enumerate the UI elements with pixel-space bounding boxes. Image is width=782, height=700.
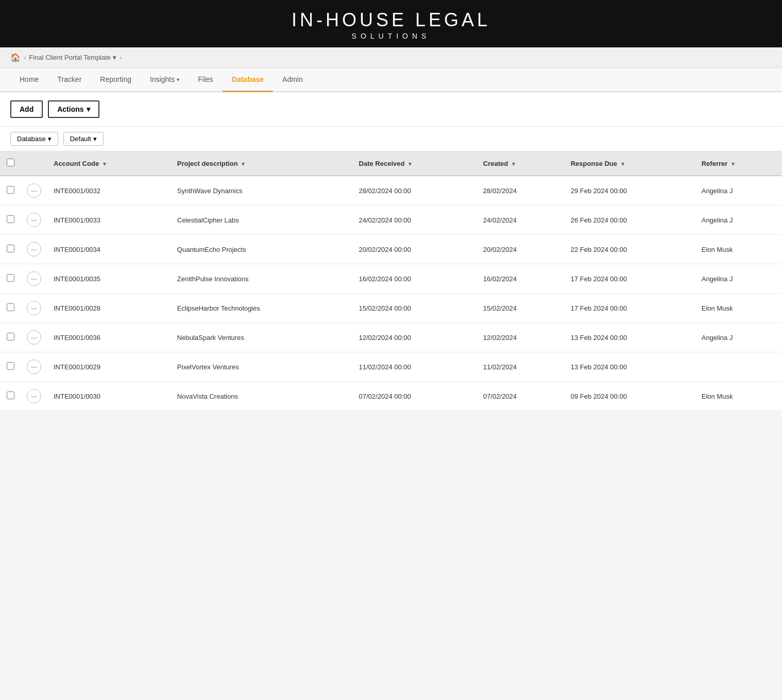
default-filter-label: Default bbox=[70, 135, 91, 143]
breadcrumb-portal[interactable]: Final Client Portal Template ▾ bbox=[29, 54, 116, 61]
portal-dropdown-icon: ▾ bbox=[113, 54, 116, 61]
table-row: ··· INTE0001/0029 PixelVortex Ventures 1… bbox=[0, 352, 782, 382]
row-menu-button[interactable]: ··· bbox=[27, 242, 41, 257]
row-checkbox[interactable] bbox=[7, 186, 14, 194]
row-menu-cell: ··· bbox=[21, 294, 47, 323]
row-date-received: 07/02/2024 00:00 bbox=[353, 382, 477, 411]
row-account-code: INTE0001/0033 bbox=[47, 206, 171, 235]
header-menu-col bbox=[21, 151, 47, 176]
header-referrer[interactable]: Referrer ▾ bbox=[695, 151, 782, 176]
row-checkbox[interactable] bbox=[7, 274, 14, 282]
row-response-due: 22 Feb 2024 00:00 bbox=[565, 235, 695, 264]
row-account-code: INTE0001/0035 bbox=[47, 264, 171, 294]
row-menu-cell: ··· bbox=[21, 206, 47, 235]
filter-bar: Database ▾ Default ▾ bbox=[0, 127, 782, 151]
row-referrer: Angelina J bbox=[695, 264, 782, 294]
row-menu-cell: ··· bbox=[21, 352, 47, 382]
row-date-received: 24/02/2024 00:00 bbox=[353, 206, 477, 235]
referrer-sort-icon: ▾ bbox=[732, 161, 735, 167]
database-filter-button[interactable]: Database ▾ bbox=[10, 132, 58, 146]
row-project-description: SynthWave Dynamics bbox=[171, 176, 353, 206]
portal-name-label: Final Client Portal Template bbox=[29, 54, 111, 61]
row-referrer: Elon Musk bbox=[695, 235, 782, 264]
row-project-description: ZenithPulse Innovations bbox=[171, 264, 353, 294]
header-account-code[interactable]: Account Code ▾ bbox=[47, 151, 171, 176]
row-checkbox[interactable] bbox=[7, 215, 14, 223]
row-menu-button[interactable]: ··· bbox=[27, 301, 41, 315]
actions-button[interactable]: Actions ▾ bbox=[48, 100, 99, 118]
row-date-received: 11/02/2024 00:00 bbox=[353, 352, 477, 382]
date-received-sort-icon: ▾ bbox=[409, 161, 412, 167]
row-response-due: 17 Feb 2024 00:00 bbox=[565, 264, 695, 294]
row-checkbox[interactable] bbox=[7, 333, 14, 340]
row-checkbox-cell bbox=[0, 352, 21, 382]
header-created[interactable]: Created ▾ bbox=[477, 151, 565, 176]
header-checkbox-col bbox=[0, 151, 21, 176]
account-code-sort-icon: ▾ bbox=[103, 161, 106, 167]
row-response-due: 09 Feb 2024 00:00 bbox=[565, 382, 695, 411]
nav-item-admin[interactable]: Admin bbox=[273, 68, 312, 92]
insights-chevron-icon: ▾ bbox=[177, 77, 179, 82]
row-menu-button[interactable]: ··· bbox=[27, 213, 41, 227]
row-referrer: Angelina J bbox=[695, 176, 782, 206]
row-created: 12/02/2024 bbox=[477, 323, 565, 352]
header-date-received[interactable]: Date Received ▾ bbox=[353, 151, 477, 176]
brand-title: IN-HOUSE LEGAL bbox=[10, 9, 772, 31]
row-project-description: NebulaSpark Ventures bbox=[171, 323, 353, 352]
row-response-due: 26 Feb 2024 00:00 bbox=[565, 206, 695, 235]
actions-dropdown-icon: ▾ bbox=[87, 105, 90, 113]
nav-item-database[interactable]: Database bbox=[223, 68, 273, 92]
row-created: 16/02/2024 bbox=[477, 264, 565, 294]
database-filter-label: Database bbox=[17, 135, 46, 143]
header-response-due[interactable]: Response Due ▾ bbox=[565, 151, 695, 176]
nav-item-reporting[interactable]: Reporting bbox=[91, 68, 141, 92]
default-filter-button[interactable]: Default ▾ bbox=[63, 132, 104, 146]
row-checkbox[interactable] bbox=[7, 391, 14, 399]
nav-item-tracker[interactable]: Tracker bbox=[48, 68, 91, 92]
home-icon[interactable]: 🏠 bbox=[10, 53, 21, 62]
table-row: ··· INTE0001/0033 CelestialCipher Labs 2… bbox=[0, 206, 782, 235]
row-menu-button[interactable]: ··· bbox=[27, 271, 41, 286]
row-created: 28/02/2024 bbox=[477, 176, 565, 206]
row-menu-cell: ··· bbox=[21, 264, 47, 294]
row-menu-cell: ··· bbox=[21, 382, 47, 411]
table-row: ··· INTE0001/0028 EclipseHarbor Technolo… bbox=[0, 294, 782, 323]
row-checkbox[interactable] bbox=[7, 362, 14, 370]
row-account-code: INTE0001/0029 bbox=[47, 352, 171, 382]
row-referrer: Angelina J bbox=[695, 323, 782, 352]
row-account-code: INTE0001/0030 bbox=[47, 382, 171, 411]
row-checkbox-cell bbox=[0, 323, 21, 352]
row-created: 15/02/2024 bbox=[477, 294, 565, 323]
header-project-description[interactable]: Project description ▾ bbox=[171, 151, 353, 176]
row-project-description: PixelVortex Ventures bbox=[171, 352, 353, 382]
data-table-container: Account Code ▾ Project description ▾ Dat… bbox=[0, 151, 782, 411]
toolbar: Add Actions ▾ bbox=[0, 92, 782, 127]
table-body: ··· INTE0001/0032 SynthWave Dynamics 28/… bbox=[0, 176, 782, 411]
add-button[interactable]: Add bbox=[10, 100, 43, 118]
row-checkbox-cell bbox=[0, 206, 21, 235]
row-date-received: 28/02/2024 00:00 bbox=[353, 176, 477, 206]
row-response-due: 13 Feb 2024 00:00 bbox=[565, 352, 695, 382]
data-table: Account Code ▾ Project description ▾ Dat… bbox=[0, 151, 782, 411]
row-menu-button[interactable]: ··· bbox=[27, 183, 41, 198]
nav-item-home[interactable]: Home bbox=[10, 68, 48, 92]
select-all-checkbox[interactable] bbox=[7, 159, 14, 166]
default-filter-icon: ▾ bbox=[93, 135, 97, 143]
row-checkbox[interactable] bbox=[7, 245, 14, 252]
actions-label: Actions bbox=[57, 105, 83, 113]
row-menu-button[interactable]: ··· bbox=[27, 360, 41, 374]
created-sort-icon: ▾ bbox=[512, 161, 515, 167]
row-menu-button[interactable]: ··· bbox=[27, 330, 41, 345]
row-checkbox-cell bbox=[0, 235, 21, 264]
row-response-due: 13 Feb 2024 00:00 bbox=[565, 323, 695, 352]
separator2-icon: › bbox=[120, 54, 122, 61]
row-menu-button[interactable]: ··· bbox=[27, 389, 41, 403]
nav-item-insights[interactable]: Insights ▾ bbox=[141, 68, 189, 92]
row-checkbox[interactable] bbox=[7, 303, 14, 311]
row-project-description: CelestialCipher Labs bbox=[171, 206, 353, 235]
row-checkbox-cell bbox=[0, 294, 21, 323]
row-menu-cell: ··· bbox=[21, 323, 47, 352]
nav-item-files[interactable]: Files bbox=[189, 68, 223, 92]
table-header: Account Code ▾ Project description ▾ Dat… bbox=[0, 151, 782, 176]
main-nav: Home Tracker Reporting Insights ▾ Files … bbox=[0, 68, 782, 92]
